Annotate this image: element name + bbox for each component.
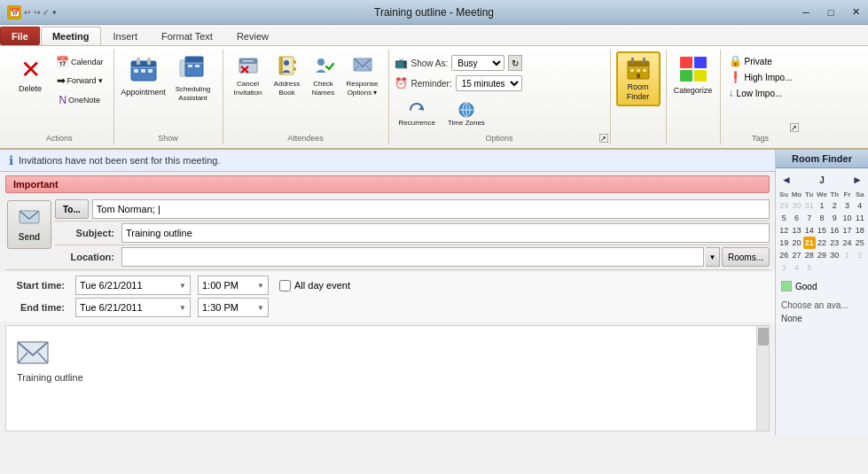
delete-button[interactable]: ✕ Delete — [11, 51, 50, 100]
minimize-button[interactable]: ─ — [794, 0, 818, 25]
calendar-day[interactable]: 5 — [778, 212, 790, 224]
maximize-button[interactable]: □ — [818, 0, 843, 25]
attendees-group-label: Attendees — [287, 134, 324, 143]
calendar-day[interactable]: 6 — [790, 212, 802, 224]
calendar-day[interactable]: 2 — [828, 199, 841, 212]
check-names-button[interactable]: CheckNames — [307, 51, 340, 99]
scroll-thumb[interactable] — [758, 328, 769, 346]
tab-review[interactable]: Review — [225, 27, 280, 45]
time-zones-icon — [457, 101, 476, 119]
options-expand[interactable]: ↗ — [599, 134, 608, 143]
low-importance-button[interactable]: ↓ Low Impo... — [726, 86, 795, 100]
group-actions: ✕ Delete 📅 Calendar ➡ Forward — [5, 50, 114, 144]
room-finder-icon — [626, 56, 651, 81]
calendar-day[interactable]: 26 — [778, 249, 790, 261]
rooms-button[interactable]: Rooms... — [722, 247, 770, 267]
calendar-day[interactable]: 15 — [816, 224, 828, 237]
subject-input[interactable] — [121, 223, 770, 243]
calendar-day[interactable]: 30 — [790, 199, 802, 212]
close-button[interactable]: ✕ — [843, 0, 868, 25]
calendar-day[interactable]: 25 — [854, 237, 866, 249]
forward-label: Forward ▾ — [67, 76, 104, 86]
show-group-label: Show — [158, 134, 178, 143]
calendar-day[interactable]: 28 — [803, 249, 816, 261]
calendar-button[interactable]: 📅 Calendar — [51, 53, 108, 71]
calendar-day-today[interactable]: 21 — [803, 237, 816, 249]
calendar-day[interactable]: 19 — [778, 237, 790, 249]
show-as-select[interactable]: Busy Free Tentative Out of Office — [451, 55, 504, 71]
location-dropdown[interactable]: ▼ — [706, 247, 720, 267]
calendar-day[interactable]: 4 — [854, 199, 866, 212]
tab-meeting[interactable]: Meeting — [41, 27, 101, 45]
end-date-select[interactable]: Tue 6/21/2011 ▼ — [75, 298, 191, 317]
private-button[interactable]: 🔒 Private — [726, 54, 795, 68]
forward-button[interactable]: ➡ Forward ▾ — [51, 72, 108, 89]
calendar-day[interactable]: 31 — [803, 199, 816, 212]
calendar-day[interactable]: 13 — [790, 224, 802, 237]
start-date-select[interactable]: Tue 6/21/2011 ▼ — [75, 276, 191, 295]
calendar-prev[interactable]: ◄ — [781, 174, 792, 186]
svg-point-24 — [317, 58, 325, 66]
calendar-day[interactable]: 9 — [828, 212, 841, 224]
time-zones-button[interactable]: Time Zones — [443, 97, 489, 131]
categorize-button[interactable]: Categorize — [672, 51, 715, 100]
body-scrollbar[interactable] — [756, 326, 769, 431]
calendar-day[interactable]: 24 — [841, 237, 853, 249]
all-day-checkbox[interactable] — [279, 280, 291, 291]
calendar-day[interactable]: 30 — [828, 249, 841, 261]
calendar-day[interactable]: 3 — [841, 199, 853, 212]
fields-area: To... Subject: Location: ▼ Rooms... — [55, 197, 775, 268]
calendar-day[interactable]: 14 — [803, 224, 816, 237]
calendar-day[interactable]: 29 — [778, 199, 790, 212]
calendar-day[interactable]: 1 — [816, 199, 828, 212]
svg-rect-6 — [141, 69, 145, 73]
recurrence-button[interactable]: Recurrence — [395, 97, 440, 131]
location-label: Location: — [55, 252, 121, 262]
calendar-day[interactable]: 3 — [778, 261, 790, 274]
calendar-day[interactable]: 16 — [828, 224, 841, 237]
tags-expand[interactable]: ↗ — [790, 123, 799, 132]
to-button[interactable]: To... — [55, 199, 89, 219]
tab-insert[interactable]: Insert — [102, 27, 150, 45]
calendar-day[interactable]: 11 — [854, 212, 866, 224]
scheduling-button[interactable]: Scheduling Assistant — [169, 51, 217, 105]
calendar-day[interactable]: 20 — [790, 237, 802, 249]
calendar-day[interactable]: 10 — [841, 212, 853, 224]
calendar-day[interactable]: 12 — [778, 224, 790, 237]
room-finder-button[interactable]: RoomFinder — [616, 51, 661, 106]
calendar-day[interactable]: 4 — [790, 261, 802, 274]
calendar-day[interactable]: 18 — [854, 224, 866, 237]
divider-3 — [5, 269, 770, 270]
address-book-button[interactable]: AddressBook — [270, 51, 305, 99]
calendar-day[interactable]: 23 — [828, 237, 841, 249]
quick-access: ↩ ↪ ✓ ▾ — [24, 8, 57, 17]
high-importance-button[interactable]: ❗ High Impo... — [726, 70, 795, 84]
calendar-day[interactable]: 5 — [803, 261, 816, 274]
start-time-select[interactable]: 1:00 PM ▼ — [198, 276, 269, 295]
to-input[interactable] — [92, 199, 770, 219]
onenote-button[interactable]: N OneNote — [51, 91, 108, 109]
tab-file[interactable]: File — [0, 27, 40, 45]
show-as-refresh[interactable]: ↻ — [508, 55, 522, 71]
calendar-day[interactable]: 17 — [841, 224, 853, 237]
calendar-day[interactable]: 8 — [816, 212, 828, 224]
body-area[interactable]: Training outline — [5, 325, 770, 431]
tab-format-text[interactable]: Format Text — [150, 27, 224, 45]
cancel-invitation-button[interactable]: CancelInvitation — [229, 51, 268, 99]
calendar-day[interactable]: 1 — [841, 249, 853, 261]
calendar-next[interactable]: ► — [852, 174, 863, 186]
calendar-day[interactable]: 2 — [854, 249, 866, 261]
appointment-button[interactable]: Appointment — [120, 51, 168, 103]
calendar-day[interactable]: 22 — [816, 237, 828, 249]
svg-rect-2 — [137, 58, 140, 65]
reminder-select[interactable]: 15 minutes None 5 minutes 30 minutes 1 h… — [456, 75, 522, 91]
response-options-button[interactable]: ResponseOptions ▾ — [342, 51, 383, 99]
calendar-day[interactable]: 27 — [790, 249, 802, 261]
calendar-day[interactable] — [816, 261, 828, 274]
send-button[interactable]: Send — [7, 200, 51, 249]
low-importance-label: Low Impo... — [737, 89, 783, 98]
location-input[interactable] — [121, 247, 704, 267]
end-time-select[interactable]: 1:30 PM ▼ — [198, 298, 269, 317]
calendar-day[interactable]: 29 — [816, 249, 828, 261]
calendar-day[interactable]: 7 — [803, 212, 816, 224]
